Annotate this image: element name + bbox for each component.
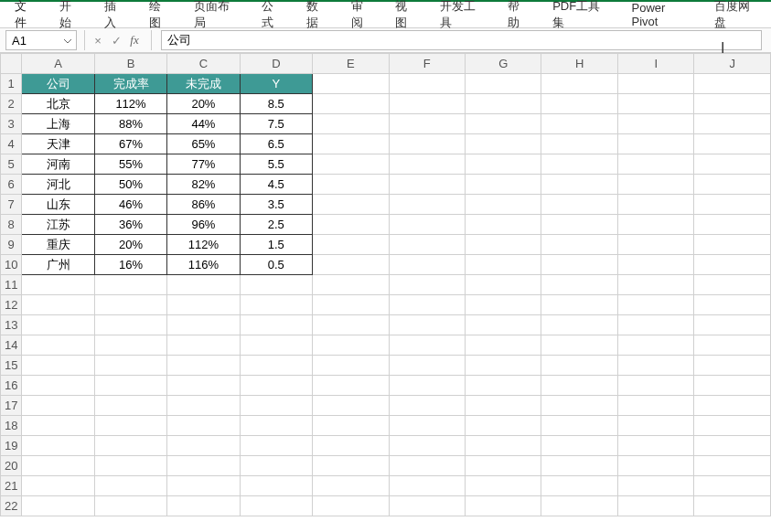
cell-J17[interactable] <box>694 396 771 416</box>
row-header-15[interactable]: 15 <box>1 356 22 376</box>
cell-F19[interactable] <box>389 436 465 456</box>
cell-B4[interactable]: 67% <box>94 134 166 154</box>
row-header-1[interactable]: 1 <box>1 74 22 94</box>
cell-C4[interactable]: 65% <box>167 134 240 154</box>
cell-H1[interactable] <box>541 74 617 94</box>
cell-D21[interactable] <box>240 476 312 496</box>
cell-J14[interactable] <box>694 335 771 356</box>
cell-H10[interactable] <box>541 255 617 275</box>
cell-H17[interactable] <box>541 396 617 416</box>
cell-J2[interactable] <box>694 94 771 114</box>
cell-F18[interactable] <box>389 416 465 436</box>
cell-H22[interactable] <box>541 496 617 516</box>
cell-E18[interactable] <box>313 416 389 436</box>
row-header-3[interactable]: 3 <box>1 114 22 134</box>
cell-E5[interactable] <box>313 154 389 175</box>
column-header-H[interactable]: H <box>541 54 617 74</box>
formula-bar-input[interactable]: 公司 <box>161 30 762 50</box>
ribbon-tab-插入[interactable]: 插入 <box>93 0 138 36</box>
cell-I22[interactable] <box>617 496 693 516</box>
cell-G18[interactable] <box>466 416 541 436</box>
cell-A13[interactable] <box>22 315 94 335</box>
cell-I2[interactable] <box>617 94 693 114</box>
cell-J11[interactable] <box>694 275 771 295</box>
cell-I3[interactable] <box>617 114 693 134</box>
cell-D14[interactable] <box>240 335 312 356</box>
cell-C21[interactable] <box>167 476 240 496</box>
cell-F10[interactable] <box>389 255 465 275</box>
cell-D7[interactable]: 3.5 <box>240 195 312 215</box>
cell-B8[interactable]: 36% <box>94 215 166 235</box>
cell-A4[interactable]: 天津 <box>22 134 94 154</box>
cell-I12[interactable] <box>617 295 693 315</box>
cell-D18[interactable] <box>240 416 312 436</box>
row-header-18[interactable]: 18 <box>1 416 22 436</box>
cell-F17[interactable] <box>389 396 465 416</box>
cell-H12[interactable] <box>541 295 617 315</box>
row-header-14[interactable]: 14 <box>1 335 22 356</box>
cell-J3[interactable] <box>694 114 771 134</box>
cell-E22[interactable] <box>313 496 389 516</box>
cell-F15[interactable] <box>389 356 465 376</box>
row-header-11[interactable]: 11 <box>1 275 22 295</box>
cell-E4[interactable] <box>313 134 389 154</box>
cell-D13[interactable] <box>240 315 312 335</box>
cell-B22[interactable] <box>94 496 166 516</box>
cell-D3[interactable]: 7.5 <box>240 114 312 134</box>
cell-I17[interactable] <box>617 396 693 416</box>
cell-G11[interactable] <box>466 275 541 295</box>
cell-F13[interactable] <box>389 315 465 335</box>
cell-B10[interactable]: 16% <box>94 255 166 275</box>
cell-C7[interactable]: 86% <box>167 195 240 215</box>
cell-I7[interactable] <box>617 195 693 215</box>
cell-B7[interactable]: 46% <box>94 195 166 215</box>
cell-F14[interactable] <box>389 335 465 356</box>
cell-B13[interactable] <box>94 315 166 335</box>
row-header-9[interactable]: 9 <box>1 235 22 255</box>
cell-J7[interactable] <box>694 195 771 215</box>
cell-J15[interactable] <box>694 356 771 376</box>
cell-G21[interactable] <box>466 476 541 496</box>
cell-I4[interactable] <box>617 134 693 154</box>
cell-H5[interactable] <box>541 154 617 175</box>
cell-E17[interactable] <box>313 396 389 416</box>
cell-A17[interactable] <box>22 396 94 416</box>
cell-B17[interactable] <box>94 396 166 416</box>
cell-E15[interactable] <box>313 356 389 376</box>
cell-H7[interactable] <box>541 195 617 215</box>
cell-E12[interactable] <box>313 295 389 315</box>
cell-D22[interactable] <box>240 496 312 516</box>
row-header-22[interactable]: 22 <box>1 496 22 516</box>
chevron-down-icon[interactable] <box>63 35 72 48</box>
row-header-17[interactable]: 17 <box>1 396 22 416</box>
row-header-5[interactable]: 5 <box>1 154 22 175</box>
cell-B19[interactable] <box>94 436 166 456</box>
cell-A8[interactable]: 江苏 <box>22 215 94 235</box>
row-header-20[interactable]: 20 <box>1 456 22 476</box>
cell-J21[interactable] <box>694 476 771 496</box>
cell-E1[interactable] <box>313 74 389 94</box>
cell-F11[interactable] <box>389 275 465 295</box>
cell-D8[interactable]: 2.5 <box>240 215 312 235</box>
column-header-C[interactable]: C <box>167 54 240 74</box>
row-header-12[interactable]: 12 <box>1 295 22 315</box>
cell-F4[interactable] <box>389 134 465 154</box>
cell-A21[interactable] <box>22 476 94 496</box>
cell-D9[interactable]: 1.5 <box>240 235 312 255</box>
cell-I21[interactable] <box>617 476 693 496</box>
cell-A6[interactable]: 河北 <box>22 175 94 195</box>
cell-A5[interactable]: 河南 <box>22 154 94 175</box>
cell-E21[interactable] <box>313 476 389 496</box>
cell-H4[interactable] <box>541 134 617 154</box>
cell-D5[interactable]: 5.5 <box>240 154 312 175</box>
cell-G22[interactable] <box>466 496 541 516</box>
cell-F1[interactable] <box>389 74 465 94</box>
spreadsheet-grid[interactable]: ABCDEFGHIJ1公司完成率未完成Y2北京112%20%8.53上海88%4… <box>0 53 771 532</box>
cell-D19[interactable] <box>240 436 312 456</box>
cell-F21[interactable] <box>389 476 465 496</box>
row-header-6[interactable]: 6 <box>1 175 22 195</box>
ribbon-tab-Power Pivot[interactable]: Power Pivot <box>621 0 704 33</box>
cell-H18[interactable] <box>541 416 617 436</box>
row-header-16[interactable]: 16 <box>1 376 22 396</box>
cell-E8[interactable] <box>313 215 389 235</box>
